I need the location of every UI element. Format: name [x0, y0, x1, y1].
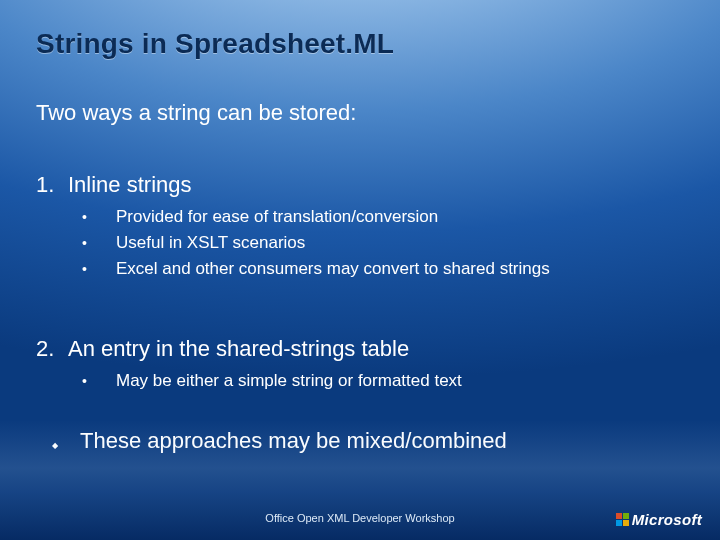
logo-text: Microsoft [632, 511, 702, 528]
final-text: These approaches may be mixed/combined [80, 428, 507, 454]
list-heading-1: Inline strings [68, 172, 192, 198]
sub-bullets-1: • Provided for ease of translation/conve… [82, 206, 550, 284]
list-number-2: 2. [36, 336, 54, 362]
microsoft-logo: Microsoft [616, 511, 702, 528]
bullet-icon: • [82, 259, 116, 279]
list-item: • Useful in XSLT scenarios [82, 232, 550, 254]
slide: Strings in Spreadsheet.ML Two ways a str… [0, 0, 720, 540]
footer-text: Office Open XML Developer Workshop [0, 512, 720, 524]
sub-bullets-2: • May be either a simple string or forma… [82, 370, 462, 396]
bullet-icon: • [82, 233, 116, 253]
bullet-text: Provided for ease of translation/convers… [116, 206, 438, 228]
bullet-text: Excel and other consumers may convert to… [116, 258, 550, 280]
list-item: • Excel and other consumers may convert … [82, 258, 550, 280]
bullet-icon: • [82, 207, 116, 227]
final-bullet: ◆ These approaches may be mixed/combined [52, 428, 507, 458]
bullet-icon: • [82, 371, 116, 391]
bullet-text: May be either a simple string or formatt… [116, 370, 462, 392]
slide-subtitle: Two ways a string can be stored: [36, 100, 356, 126]
list-number-1: 1. [36, 172, 54, 198]
diamond-bullet-icon: ◆ [52, 434, 80, 458]
bullet-text: Useful in XSLT scenarios [116, 232, 305, 254]
logo-icon [616, 513, 629, 526]
list-item: • Provided for ease of translation/conve… [82, 206, 550, 228]
list-heading-2: An entry in the shared-strings table [68, 336, 409, 362]
slide-title: Strings in Spreadsheet.ML [36, 28, 394, 60]
list-item: • May be either a simple string or forma… [82, 370, 462, 392]
